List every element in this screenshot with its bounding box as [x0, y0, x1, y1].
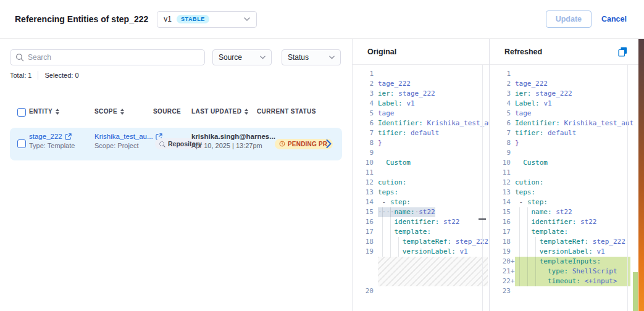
- code-line: 20: [358, 286, 489, 296]
- total-count: Total: 1: [10, 72, 31, 79]
- code-line: 18 templateRef: step_222: [495, 237, 638, 247]
- code-line: 18 templateRef: step_222: [358, 237, 489, 247]
- code-line: 19 versionLabel: v1: [358, 247, 489, 257]
- refreshed-pane: Refreshed 12tage_2223ier: stage_2224Labe…: [490, 39, 638, 311]
- row-checkbox[interactable]: [17, 139, 26, 148]
- source-filter-dropdown[interactable]: Source: [212, 49, 272, 65]
- page-title: Referencing Entities of step_222: [15, 14, 148, 24]
- selected-count: Selected: 0: [44, 72, 78, 79]
- code-line: 20+ templateInputs:: [495, 257, 638, 267]
- scope-detail: Scope: Project: [94, 142, 162, 149]
- column-last-updated: LAST UPDATED: [191, 108, 248, 115]
- update-button[interactable]: Update: [546, 10, 592, 28]
- entity-cell: stage_222 Type: Template: [29, 133, 75, 149]
- indent-guide: [390, 207, 391, 257]
- code-line: 5tage: [495, 109, 638, 118]
- copy-icon[interactable]: [618, 47, 627, 57]
- code-line: 5tage: [358, 109, 489, 118]
- sort-scope-icon[interactable]: [120, 109, 124, 115]
- code-line: 8}: [358, 138, 489, 148]
- refreshed-pane-header: Refreshed: [490, 39, 638, 64]
- code-line: 17 template:: [358, 227, 489, 237]
- original-code-editor[interactable]: 12tage_2223ier: stage_2224Label: v15tage…: [353, 64, 489, 311]
- code-line: 15····name:·st22: [358, 207, 489, 217]
- code-line: 13teps:: [495, 188, 638, 197]
- version-select[interactable]: v1 STABLE: [157, 11, 257, 28]
- original-pane-header: Original: [353, 39, 489, 64]
- status-badge: PENDING PR: [275, 139, 333, 149]
- scope-link[interactable]: Krishika_test_au...: [94, 133, 153, 140]
- code-line: 2tage_222: [358, 79, 489, 89]
- code-line: 10 Custom: [358, 158, 489, 168]
- code-line: 13teps:: [358, 188, 489, 197]
- code-line: 14 - step:: [358, 197, 489, 207]
- modal-header: Referencing Entities of step_222 v1 STAB…: [0, 0, 644, 39]
- original-title: Original: [367, 48, 396, 56]
- search-box[interactable]: [10, 49, 205, 65]
- search-icon: [15, 53, 24, 62]
- yaml-diff-panel: Original 12tage_2223ier: stage_2224Label…: [353, 39, 644, 311]
- modified-line-marker: [479, 218, 486, 220]
- code-line: 7tifier: default: [358, 128, 489, 138]
- divider: [38, 71, 38, 80]
- refreshed-title: Refreshed: [504, 48, 542, 56]
- chevron-down-icon: [329, 56, 335, 59]
- status-cell: PENDING PR: [275, 138, 333, 149]
- indent-guide: [382, 207, 383, 257]
- indent-guide: [527, 207, 528, 286]
- updated-at: Apr 10, 2025 | 13:27pm: [191, 142, 275, 149]
- code-line: 2tage_222: [495, 79, 638, 89]
- stable-badge: STABLE: [177, 15, 209, 23]
- scrollbar-track[interactable]: [482, 65, 483, 311]
- original-pane: Original 12tage_2223ier: stage_2224Label…: [353, 39, 490, 311]
- code-line: 21+ type: ShellScript: [495, 267, 638, 276]
- sort-entity-icon[interactable]: [56, 109, 59, 115]
- table-row[interactable]: stage_222 Type: Template Krishika_test_a…: [10, 128, 342, 160]
- code-line: 12cution:: [358, 178, 489, 188]
- entity-link[interactable]: stage_222: [29, 133, 62, 140]
- indent-guide: [398, 237, 399, 257]
- code-line: 3ier: stage_222: [358, 89, 489, 99]
- column-entity: ENTITY: [29, 108, 59, 115]
- indent-guide: [519, 207, 520, 286]
- indent-guide: [535, 237, 536, 286]
- diff-spacer: [378, 257, 488, 286]
- code-line: 8}: [495, 138, 638, 148]
- refreshed-code-editor[interactable]: 12tage_2223ier: stage_2224Label: v15tage…: [490, 64, 638, 311]
- search-input[interactable]: [28, 53, 199, 62]
- column-source: SOURCE: [153, 108, 181, 115]
- chevron-down-icon: [244, 17, 250, 21]
- version-label: v1: [164, 15, 172, 23]
- code-line: 6Identifier: Krishika_test_aut: [495, 118, 638, 128]
- code-line: 7tifier: default: [495, 128, 638, 138]
- code-line: 12cution:: [495, 178, 638, 188]
- entities-panel: Source Status Total: 1 Selected: 0 ENTIT…: [0, 39, 353, 311]
- entity-type: Type: Template: [29, 142, 75, 149]
- cancel-button[interactable]: Cancel: [601, 15, 627, 23]
- code-line: 4Label: v1: [495, 99, 638, 109]
- code-line: 16 identifier: st22: [495, 217, 638, 227]
- select-all-checkbox[interactable]: [17, 108, 26, 117]
- scope-cell: Krishika_test_au... Scope: Project: [94, 133, 162, 149]
- background-page-edge: [638, 39, 644, 311]
- code-line: 14 - step:: [495, 197, 638, 207]
- code-line: 6Identifier: Krishika_test_aut: [358, 118, 489, 128]
- chevron-down-icon: [260, 56, 266, 59]
- last-updated-cell: krishika.singh@harnes... Apr 10, 2025 | …: [191, 133, 275, 149]
- code-line: 11: [358, 168, 489, 178]
- code-line: 15 name: st22: [495, 207, 638, 217]
- sort-last-updated-icon[interactable]: [245, 109, 248, 115]
- code-line: 10 Custom: [495, 158, 638, 168]
- code-line: 1: [358, 69, 489, 79]
- scrollbar-track[interactable]: [627, 65, 628, 311]
- column-scope: SCOPE: [94, 108, 124, 115]
- code-line: 9: [495, 148, 638, 158]
- code-line: 11: [495, 168, 638, 178]
- external-link-icon[interactable]: [65, 133, 72, 140]
- column-current-status: CURRENT STATUS: [257, 108, 316, 115]
- status-filter-dropdown[interactable]: Status: [282, 49, 341, 65]
- code-line: 9: [358, 148, 489, 158]
- repository-icon: [159, 141, 165, 147]
- code-line: 3ier: stage_222: [495, 89, 638, 99]
- row-expand-chevron[interactable]: [326, 139, 332, 151]
